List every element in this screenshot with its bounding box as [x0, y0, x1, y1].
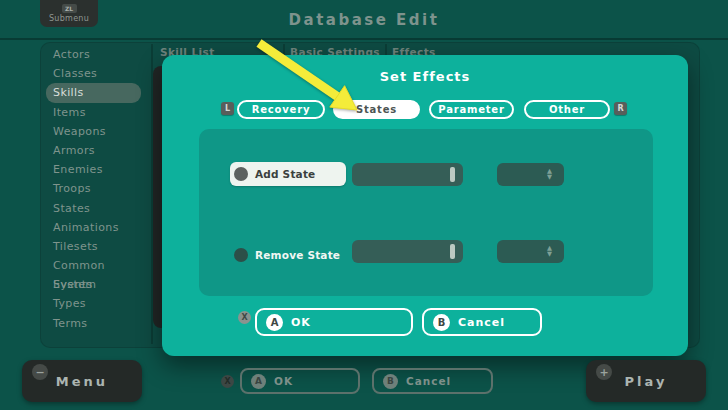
text-cursor-icon	[450, 167, 455, 182]
cancel-label: Cancel	[406, 375, 451, 387]
cancel-label: Cancel	[458, 316, 505, 329]
text-cursor-icon	[450, 244, 455, 259]
add-state-value-input[interactable]	[352, 163, 463, 186]
sidebar-item-weapons[interactable]: Weapons	[46, 122, 141, 141]
stepper-arrows-icon[interactable]: ▲ ▼	[547, 169, 552, 180]
radio-icon	[234, 167, 248, 181]
background-ok-button[interactable]: A OK	[240, 368, 360, 394]
stepper-down-icon[interactable]: ▼	[547, 252, 552, 258]
tab-other[interactable]: Other	[524, 100, 610, 119]
play-label: Play	[625, 374, 668, 389]
remove-state-option[interactable]: Remove State	[230, 243, 340, 267]
x-button-icon: X	[238, 311, 251, 324]
minus-button-icon: −	[32, 364, 48, 380]
database-edit-screen: ZL Submenu Database Edit Actors Classes …	[0, 0, 728, 410]
category-sidebar: Actors Classes Skills Items Weapons Armo…	[46, 45, 146, 333]
tab-parameter[interactable]: Parameter	[429, 100, 514, 119]
menu-button[interactable]: − Menu	[22, 360, 142, 402]
ok-button[interactable]: A OK	[255, 308, 413, 336]
sidebar-item-enemies[interactable]: Enemies	[46, 160, 141, 179]
a-button-icon: A	[266, 314, 283, 331]
ok-label: OK	[274, 375, 293, 387]
sidebar-item-common-events[interactable]: Common Events	[46, 256, 141, 275]
tab-recovery[interactable]: Recovery	[237, 100, 325, 119]
sidebar-item-system[interactable]: System	[46, 275, 141, 294]
menu-label: Menu	[56, 374, 108, 389]
stepper-down-icon[interactable]: ▼	[547, 175, 552, 181]
remove-state-stepper[interactable]: ▲ ▼	[497, 240, 564, 263]
cancel-button[interactable]: B Cancel	[422, 308, 542, 336]
page-title: Database Edit	[0, 11, 728, 29]
stepper-arrows-icon[interactable]: ▲ ▼	[547, 246, 552, 257]
tab-states[interactable]: States	[333, 100, 420, 119]
remove-state-value-input[interactable]	[352, 240, 463, 263]
sidebar-item-actors[interactable]: Actors	[46, 45, 141, 64]
sidebar-item-skills[interactable]: Skills	[46, 83, 141, 102]
add-state-option[interactable]: Add State	[230, 162, 346, 186]
sidebar-item-terms[interactable]: Terms	[46, 314, 141, 333]
sidebar-item-items[interactable]: Items	[46, 103, 141, 122]
ok-label: OK	[291, 316, 311, 329]
b-button-icon: B	[433, 314, 450, 331]
sidebar-item-tilesets[interactable]: Tilesets	[46, 237, 141, 256]
sidebar-item-animations[interactable]: Animations	[46, 218, 141, 237]
remove-state-label: Remove State	[255, 249, 340, 261]
l-shoulder-icon: L	[221, 102, 234, 115]
sidebar-item-armors[interactable]: Armors	[46, 141, 141, 160]
sidebar-item-types[interactable]: Types	[46, 294, 141, 313]
sidebar-item-states[interactable]: States	[46, 199, 141, 218]
effects-content-panel	[199, 129, 653, 296]
background-cancel-button[interactable]: B Cancel	[372, 368, 493, 394]
sidebar-item-classes[interactable]: Classes	[46, 64, 141, 83]
header-divider	[0, 38, 728, 40]
r-shoulder-icon: R	[614, 102, 627, 115]
plus-button-icon: +	[596, 364, 612, 380]
x-button-icon: X	[221, 375, 234, 388]
a-button-icon: A	[251, 374, 266, 389]
radio-icon	[234, 248, 248, 262]
dialog-title: Set Effects	[162, 69, 688, 84]
sidebar-item-troops[interactable]: Troops	[46, 179, 141, 198]
add-state-stepper[interactable]: ▲ ▼	[497, 163, 564, 186]
play-button[interactable]: + Play	[586, 360, 706, 402]
add-state-label: Add State	[255, 168, 315, 180]
b-button-icon: B	[383, 374, 398, 389]
